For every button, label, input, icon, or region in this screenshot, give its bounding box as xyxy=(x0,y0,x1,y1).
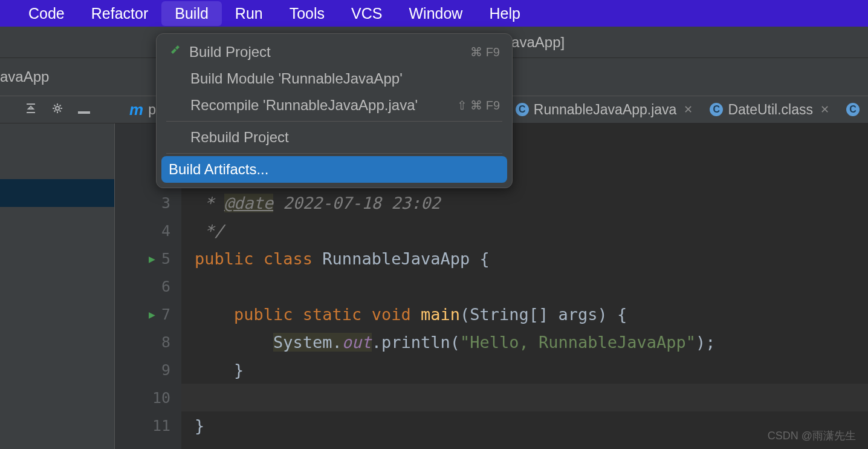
build-menu-dropdown: Build Project ⌘ F9 Build Module 'Runnabl… xyxy=(156,33,513,188)
gutter-line[interactable]: 8 xyxy=(115,328,181,356)
run-icon[interactable]: ▶ xyxy=(149,252,155,265)
sidebar-tools xyxy=(0,102,115,117)
gutter-line[interactable]: 6 xyxy=(115,272,181,300)
gutter-line[interactable]: 9⊟ xyxy=(115,356,181,384)
close-icon[interactable]: ✕ xyxy=(684,103,693,116)
code-line: * @date 2022-07-18 23:02 xyxy=(181,189,868,217)
code-line: } xyxy=(181,411,868,439)
class-icon: C xyxy=(516,103,529,116)
gutter-line[interactable]: 3 xyxy=(115,189,181,217)
code-line xyxy=(181,272,868,300)
watermark: CSDN @雨潇先生 xyxy=(768,428,856,443)
code-line: public class RunnableJavaApp { xyxy=(181,244,868,272)
gutter-line[interactable]: 4⊟ xyxy=(115,217,181,244)
gutter-line[interactable]: 10 xyxy=(115,384,181,411)
menu-tools[interactable]: Tools xyxy=(276,1,338,26)
run-icon[interactable]: ▶ xyxy=(149,308,155,321)
menu-rebuild-project[interactable]: Rebuild Project xyxy=(157,124,512,151)
maven-icon: m xyxy=(129,100,143,119)
menubar: Code Refactor Build Run Tools VCS Window… xyxy=(0,0,868,27)
tab-partial[interactable]: C xyxy=(838,98,868,121)
code-line: public static void main(String[] args) { xyxy=(181,300,868,328)
menu-build-project[interactable]: Build Project ⌘ F9 xyxy=(157,39,512,65)
gutter-line[interactable]: ▶7⊟ xyxy=(115,300,181,328)
menu-build-artifacts[interactable]: Build Artifacts... xyxy=(161,156,507,183)
menu-refactor[interactable]: Refactor xyxy=(78,1,161,26)
tab-runnable-java-app[interactable]: C RunnableJavaApp.java ✕ xyxy=(507,97,702,123)
code-line: */ xyxy=(181,217,868,244)
class-icon: C xyxy=(846,103,860,116)
close-icon[interactable]: ✕ xyxy=(820,103,829,116)
gutter-line[interactable]: ▶5⊟ xyxy=(115,244,181,272)
code-line: } xyxy=(181,356,868,384)
menu-vcs[interactable]: VCS xyxy=(338,1,395,26)
menu-help[interactable]: Help xyxy=(476,1,533,26)
minimize-icon[interactable] xyxy=(78,103,90,117)
code-line: System.out.println("Hello, RunnableJavaA… xyxy=(181,328,868,356)
code-line xyxy=(181,384,868,411)
separator xyxy=(166,153,502,154)
menu-run[interactable]: Run xyxy=(222,1,276,26)
separator xyxy=(166,121,502,122)
collapse-icon[interactable] xyxy=(25,102,37,117)
gutter-line[interactable]: 11 xyxy=(115,411,181,439)
menu-recompile[interactable]: Recompile 'RunnableJavaApp.java' ⇧ ⌘ F9 xyxy=(157,92,512,119)
menu-window[interactable]: Window xyxy=(396,1,476,26)
class-icon: C xyxy=(710,103,723,116)
menu-build-module[interactable]: Build Module 'RunnableJavaApp' xyxy=(157,65,512,92)
project-sidebar[interactable] xyxy=(0,123,115,449)
svg-rect-1 xyxy=(78,111,90,114)
sidebar-selected-item[interactable] xyxy=(0,179,114,207)
gear-icon[interactable] xyxy=(51,102,63,117)
tab-dateutil[interactable]: C DateUtil.class ✕ xyxy=(701,97,838,123)
svg-point-0 xyxy=(56,107,59,110)
hammer-icon xyxy=(169,44,182,61)
menu-build[interactable]: Build xyxy=(161,1,222,26)
menu-code[interactable]: Code xyxy=(15,1,78,26)
